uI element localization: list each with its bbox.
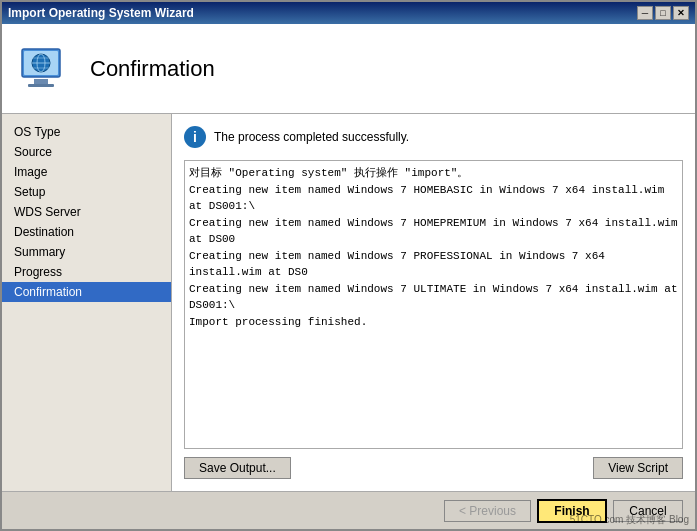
sidebar-item-confirmation[interactable]: Confirmation [2,282,171,302]
sidebar-item-setup[interactable]: Setup [2,182,171,202]
log-line: Creating new item named Windows 7 HOMEPR… [189,215,678,248]
sidebar-item-ostype[interactable]: OS Type [2,122,171,142]
log-line: Creating new item named Windows 7 PROFES… [189,248,678,281]
log-line: 对目标 "Operating system" 执行操作 "import"。 [189,165,678,182]
success-row: i The process completed successfully. [184,126,683,148]
success-message: The process completed successfully. [214,130,409,144]
wizard-title: Confirmation [90,56,215,82]
sidebar-item-image[interactable]: Image [2,162,171,182]
maximize-button[interactable]: □ [655,6,671,20]
log-line: Creating new item named Windows 7 ULTIMA… [189,281,678,314]
previous-button[interactable]: < Previous [444,500,531,522]
watermark: 51CTO.com 技术博客 Blog [570,513,689,527]
main-window: Import Operating System Wizard ─ □ ✕ Con… [0,0,697,531]
view-script-button[interactable]: View Script [593,457,683,479]
title-bar-text: Import Operating System Wizard [8,6,637,20]
title-bar-buttons: ─ □ ✕ [637,6,689,20]
wizard-header: Confirmation [2,24,695,114]
log-box-wrapper: 对目标 "Operating system" 执行操作 "import"。Cre… [184,160,683,449]
svg-rect-3 [28,84,54,87]
sidebar-item-wdsserver[interactable]: WDS Server [2,202,171,222]
close-button[interactable]: ✕ [673,6,689,20]
svg-rect-2 [34,79,48,84]
sidebar-item-summary[interactable]: Summary [2,242,171,262]
sidebar-item-destination[interactable]: Destination [2,222,171,242]
content-area: i The process completed successfully. 对目… [172,114,695,491]
log-box[interactable]: 对目标 "Operating system" 执行操作 "import"。Cre… [184,160,683,449]
content-bottom-buttons: Save Output... View Script [184,457,683,479]
save-output-button[interactable]: Save Output... [184,457,291,479]
title-bar: Import Operating System Wizard ─ □ ✕ [2,2,695,24]
info-icon: i [184,126,206,148]
sidebar-item-progress[interactable]: Progress [2,262,171,282]
wizard-icon [18,41,74,97]
sidebar: OS Type Source Image Setup WDS Server De… [2,114,172,491]
wizard-body: OS Type Source Image Setup WDS Server De… [2,114,695,491]
log-line: Import processing finished. [189,314,678,331]
sidebar-item-source[interactable]: Source [2,142,171,162]
log-line: Creating new item named Windows 7 HOMEBA… [189,182,678,215]
minimize-button[interactable]: ─ [637,6,653,20]
